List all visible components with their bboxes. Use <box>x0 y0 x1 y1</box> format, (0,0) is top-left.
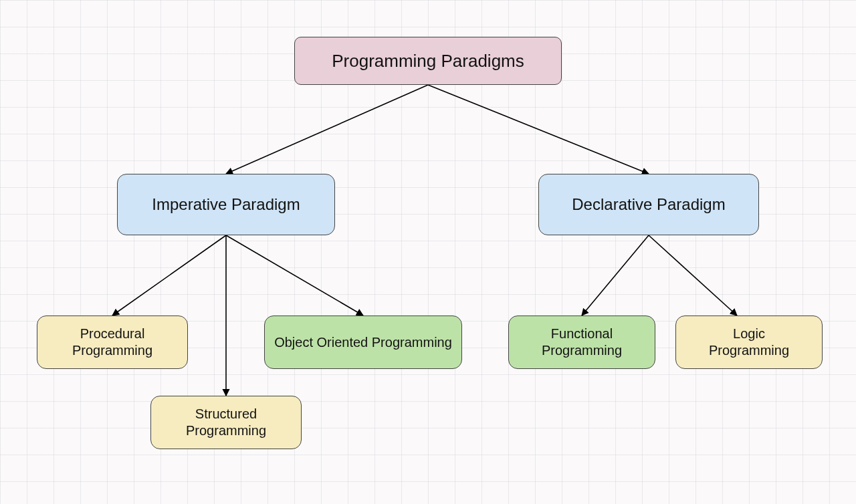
node-imperative-label: Imperative Paradigm <box>152 195 300 215</box>
node-procedural-programming: Procedural Programming <box>37 316 188 369</box>
node-structured-text: Structured Programming <box>186 406 266 439</box>
edge-imperative-oop <box>226 235 363 316</box>
node-functional-programming: Functional Programming <box>508 316 655 369</box>
node-object-oriented-programming: Object Oriented Programming <box>264 316 462 369</box>
node-logic-text: Logic Programming <box>709 326 789 359</box>
edge-imperative-procedural <box>112 235 226 316</box>
node-declarative-label: Declarative Paradigm <box>572 195 725 215</box>
node-structured-programming: Structured Programming <box>150 396 302 449</box>
node-functional-text: Functional Programming <box>542 326 622 359</box>
node-imperative-paradigm: Imperative Paradigm <box>117 174 335 235</box>
node-declarative-paradigm: Declarative Paradigm <box>538 174 759 235</box>
diagram-canvas: Programming Paradigms Imperative Paradig… <box>0 0 856 504</box>
node-root: Programming Paradigms <box>294 37 562 85</box>
edge-declarative-functional <box>582 235 649 316</box>
edge-declarative-logic <box>649 235 737 316</box>
node-logic-programming: Logic Programming <box>675 316 823 369</box>
node-root-label: Programming Paradigms <box>332 50 524 72</box>
node-oop-label: Object Oriented Programming <box>274 334 452 351</box>
node-procedural-text: Procedural Programming <box>72 326 152 359</box>
edge-root-imperative <box>226 85 428 174</box>
edge-root-declarative <box>428 85 649 174</box>
